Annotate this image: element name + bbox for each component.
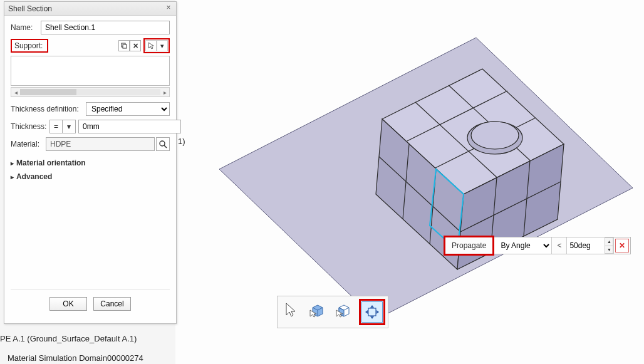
propagate-tool-highlight	[359, 299, 385, 325]
name-label: Name:	[11, 23, 41, 32]
shell-section-dialog: Shell Section × Name: Support: ✕ ▾	[4, 1, 177, 324]
viewport-svg	[175, 0, 644, 364]
dialog-title-bar[interactable]: Shell Section ×	[4, 2, 176, 16]
equals-icon[interactable]: =	[50, 120, 63, 133]
thickness-input[interactable]	[78, 120, 181, 133]
annotation-line3: Material Simulation Domain00000274	[8, 353, 143, 363]
propagate-button[interactable]: Propagate	[444, 236, 494, 256]
spin-up-icon[interactable]: ▲	[605, 237, 613, 246]
svg-marker-20	[286, 303, 295, 316]
advanced-expander[interactable]: ▸ Advanced	[11, 169, 170, 182]
thickness-label: Thickness:	[11, 122, 49, 131]
scroll-right-icon[interactable]: ▸	[160, 89, 169, 96]
selection-picker-highlight: ▾	[143, 38, 170, 53]
chevron-right-icon: ▸	[11, 174, 14, 180]
svg-marker-31	[377, 310, 379, 314]
select-face-tool[interactable]	[333, 299, 354, 320]
dialog-footer: OK Cancel	[11, 289, 170, 317]
annotation-line2: PE A.1 (Ground_Surface_Default A.1)	[0, 334, 137, 343]
support-listbox[interactable]	[11, 56, 170, 86]
name-input[interactable]	[41, 21, 170, 34]
thickness-mode-toggle[interactable]: = ▾	[49, 120, 76, 133]
scroll-left-icon[interactable]: ◂	[11, 89, 20, 96]
svg-line-19	[164, 145, 167, 148]
svg-marker-17	[148, 43, 153, 49]
propagate-value-input[interactable]	[567, 237, 605, 254]
svg-marker-28	[370, 305, 374, 308]
propagate-operator: <	[552, 237, 567, 254]
svg-rect-27	[368, 308, 376, 316]
svg-rect-16	[123, 44, 127, 48]
chevron-right-icon: ▸	[11, 160, 14, 167]
svg-point-18	[160, 141, 165, 146]
spin-down-icon[interactable]: ▼	[605, 246, 613, 254]
material-search-icon[interactable]	[156, 137, 170, 151]
annotation-suffix: 1)	[178, 137, 185, 146]
close-icon[interactable]: ×	[164, 3, 174, 13]
support-scrollbar[interactable]: ◂ ▸	[11, 87, 170, 97]
selection-dropdown-icon[interactable]: ▾	[157, 40, 168, 51]
dialog-body: Name: Support: ✕ ▾ ◂	[4, 16, 176, 323]
ok-button[interactable]: OK	[49, 297, 87, 311]
thickness-def-select[interactable]: Specified	[86, 102, 170, 116]
propagate-tool[interactable]	[361, 301, 383, 323]
support-clear-icon[interactable]: ✕	[130, 40, 141, 51]
propagate-close-icon[interactable]: ✕	[615, 239, 629, 252]
dialog-title-text: Shell Section	[8, 4, 52, 13]
material-label: Material:	[11, 140, 46, 148]
svg-marker-30	[365, 310, 368, 314]
scroll-thumb[interactable]	[20, 89, 76, 95]
select-cube-tool[interactable]	[306, 299, 328, 320]
svg-point-14	[471, 122, 519, 149]
propagate-spinner[interactable]: ▲ ▼	[605, 237, 614, 254]
support-popout-icon[interactable]	[118, 40, 130, 51]
viewport[interactable]	[175, 0, 644, 364]
thickness-def-label: Thickness definition:	[11, 105, 86, 113]
select-arrow-tool[interactable]	[280, 299, 301, 320]
cancel-button[interactable]: Cancel	[93, 297, 131, 311]
propagate-mode-select[interactable]: By Angle	[494, 237, 552, 254]
support-label: Support:	[11, 39, 48, 53]
selection-cursor-icon[interactable]	[145, 40, 157, 51]
propagate-toolbar: Propagate By Angle < ▲ ▼ ✕	[445, 237, 631, 254]
material-orientation-expander[interactable]: ▸ Material orientation	[11, 155, 170, 169]
svg-marker-29	[370, 316, 374, 319]
material-field	[46, 137, 155, 151]
mode-dropdown-icon[interactable]: ▾	[63, 120, 75, 133]
selection-toolbar	[277, 296, 388, 328]
